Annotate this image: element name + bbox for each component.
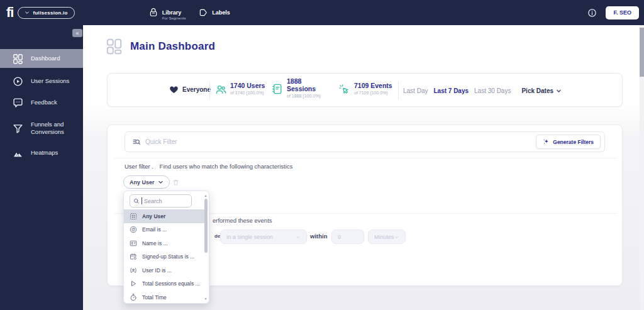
sessions-sub: of 1888 (100.0%) xyxy=(287,94,321,98)
chevron-down-icon xyxy=(158,179,164,185)
generate-filters-label: Generate Filters xyxy=(553,139,594,145)
stats-divider xyxy=(209,82,210,99)
heatmap-mountain-icon xyxy=(13,148,23,158)
chevron-down-icon xyxy=(556,88,562,94)
at-sign-icon: @ xyxy=(130,226,137,233)
events-stat: 7109 Events of 7109 (100.0%) xyxy=(354,82,392,95)
users-icon xyxy=(215,84,227,96)
option-label: Name is ... xyxy=(142,240,168,246)
nav-library-sub: For Segments xyxy=(162,16,186,20)
sidebar-item-user-sessions[interactable]: User Sessions xyxy=(0,73,83,89)
sessions-stat: 1888 Sessions of 1888 (100.0%) xyxy=(287,77,321,98)
duration-value: 0 xyxy=(338,234,341,240)
range-last-30-days[interactable]: Last 30 Days xyxy=(474,87,511,94)
segment-label[interactable]: Everyone xyxy=(182,86,211,93)
sidebar-item-label: Heatmaps xyxy=(31,149,58,157)
option-any-user[interactable]: Any User xyxy=(124,209,206,223)
chevron-down-icon xyxy=(25,10,30,15)
duration-unit-value: Minutes xyxy=(374,234,394,240)
dropdown-scroll-thumb[interactable] xyxy=(204,199,208,253)
user-type-selector[interactable]: Any User xyxy=(123,175,170,189)
range-last-day[interactable]: Last Day xyxy=(403,87,428,94)
page-scrollbar[interactable] xyxy=(640,25,644,310)
sidebar-item-label: Dashboard xyxy=(31,55,60,62)
nav-library-label: Library xyxy=(162,9,182,16)
filter-search-icon xyxy=(133,138,141,147)
sidebar-item-feedback[interactable]: Feedback xyxy=(0,94,83,111)
duration-input[interactable]: 0 xyxy=(331,230,364,244)
option-user-id[interactable]: User ID is ... xyxy=(124,263,206,277)
option-total-sessions[interactable]: Total Sessions equals ... xyxy=(124,277,206,291)
scroll-down-icon[interactable]: ▼ xyxy=(203,297,208,301)
nav-labels-label: Labels xyxy=(212,9,230,16)
event-filter-heading-fragment: erformed these events xyxy=(213,217,272,224)
sidebar-item-label: Funnels and Conversions xyxy=(31,121,75,136)
top-nav: Library For Segments Labels xyxy=(149,8,230,17)
events-click-icon xyxy=(338,84,350,96)
search-icon xyxy=(133,198,140,204)
option-label: Total Time xyxy=(142,294,167,301)
calendar-status-icon xyxy=(130,253,137,260)
dropdown-options-list: Any User @ Email is ... Name is ... Sign… xyxy=(124,209,206,304)
user-filter-description: Find users who match the following chara… xyxy=(160,163,293,170)
users-stat: 1740 Users of 1740 (100.0%) xyxy=(230,82,265,95)
sessions-icon xyxy=(271,83,283,95)
sidebar-item-dashboard[interactable]: Dashboard xyxy=(0,49,83,68)
option-name-is[interactable]: Name is ... xyxy=(124,236,206,250)
sidebar: « Dashboard User Sessions Feedback Funne… xyxy=(0,25,83,310)
scroll-up-icon[interactable]: ▲ xyxy=(203,194,208,197)
dropdown-search-placeholder: Search xyxy=(144,198,162,204)
chevron-down-icon xyxy=(296,235,301,240)
users-sub: of 1740 (100.0%) xyxy=(230,91,265,95)
dropdown-search-input[interactable]: Search xyxy=(130,194,192,208)
user-type-dropdown: Search Any User @ Email is ... Name is .… xyxy=(123,191,209,304)
option-label: Any User xyxy=(142,213,165,219)
sidebar-item-heatmaps[interactable]: Heatmaps xyxy=(0,145,83,161)
workspace-selector[interactable]: fullsession.io xyxy=(18,7,74,19)
dashboard-icon xyxy=(13,53,23,64)
events-sub: of 7109 (100.0%) xyxy=(354,91,392,95)
tag-icon xyxy=(199,8,208,17)
option-signed-up-status[interactable]: Signed-up Status is ... xyxy=(124,250,206,264)
heart-icon xyxy=(169,85,179,94)
user-filter-label: User filter . xyxy=(125,163,153,170)
range-last-7-days[interactable]: Last 7 Days xyxy=(433,87,469,94)
sparkles-icon xyxy=(543,138,550,145)
quick-filter-input[interactable] xyxy=(145,133,466,151)
page-title: Main Dashboard xyxy=(130,40,215,53)
trash-icon[interactable] xyxy=(172,179,179,186)
id-card-icon xyxy=(130,240,137,247)
sidebar-item-label: Feedback xyxy=(31,99,57,106)
play-icon xyxy=(130,280,137,287)
nav-labels[interactable]: Labels xyxy=(199,8,230,17)
stats-divider xyxy=(398,82,399,99)
brand-logo: fi xyxy=(6,4,13,21)
user-account-button[interactable]: F. SEO xyxy=(606,6,639,19)
session-scope-value: In a single session xyxy=(226,234,273,240)
section-divider xyxy=(114,158,617,158)
pick-dates-label: Pick Dates xyxy=(521,87,553,94)
library-bag-icon xyxy=(149,8,158,17)
workspace-name: fullsession.io xyxy=(33,10,67,16)
option-label: Email is ... xyxy=(142,226,167,233)
pick-dates-button[interactable]: Pick Dates xyxy=(521,87,562,94)
sidebar-item-label: User Sessions xyxy=(31,77,69,85)
sidebar-collapse-button[interactable]: « xyxy=(72,29,82,37)
option-total-time[interactable]: Total Time xyxy=(124,291,206,304)
nav-library[interactable]: Library For Segments xyxy=(149,8,182,17)
info-icon[interactable] xyxy=(587,8,597,18)
dropdown-scrollbar[interactable]: ▲ ▼ xyxy=(203,192,208,302)
stats-card: Everyone 1740 Users of 1740 (100.0%) 188… xyxy=(107,73,623,107)
dashboard-grid-icon xyxy=(106,38,123,55)
session-scope-select[interactable]: In a single session xyxy=(220,230,307,244)
page-header: Main Dashboard xyxy=(106,38,215,55)
user-filter-heading: User filter . Find users who match the f… xyxy=(125,163,292,170)
generate-filters-button[interactable]: Generate Filters xyxy=(536,135,601,149)
date-range-tabs: Last Day Last 7 Days Last 30 Days Pick D… xyxy=(403,74,562,108)
page-scroll-thumb[interactable] xyxy=(640,28,644,77)
sidebar-item-funnels[interactable]: Funnels and Conversions xyxy=(0,117,75,140)
select-all-icon xyxy=(130,213,137,220)
option-email-is[interactable]: @ Email is ... xyxy=(124,223,206,237)
duration-unit-select[interactable]: Minutes xyxy=(368,230,406,244)
play-circle-icon xyxy=(13,76,23,87)
